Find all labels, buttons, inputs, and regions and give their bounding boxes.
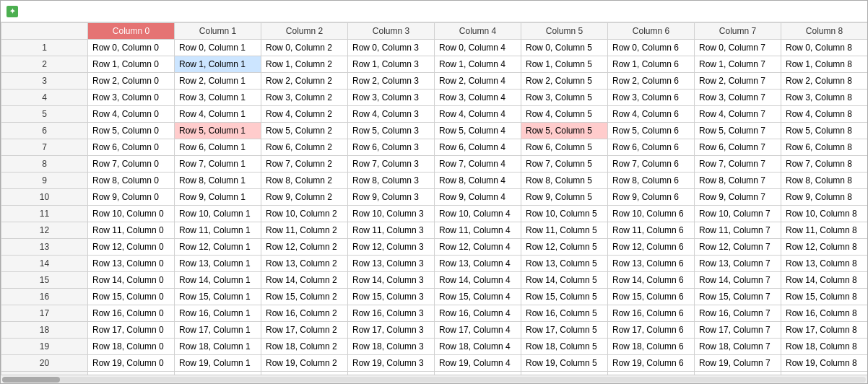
cell-r8-c8[interactable]: Row 8, Column 8 [781, 173, 868, 189]
cell-r0-c0[interactable]: Row 0, Column 0 [88, 40, 175, 56]
maximize-button[interactable] [823, 4, 841, 19]
cell-r13-c4[interactable]: Row 13, Column 4 [435, 256, 521, 272]
column-header-0[interactable]: Column 0 [88, 23, 175, 40]
cell-r15-c4[interactable]: Row 15, Column 4 [435, 289, 521, 305]
cell-r16-c7[interactable]: Row 16, Column 7 [695, 305, 781, 322]
cell-r6-c0[interactable]: Row 6, Column 0 [88, 139, 175, 156]
cell-r6-c3[interactable]: Row 6, Column 3 [348, 139, 435, 156]
cell-r17-c0[interactable]: Row 17, Column 0 [88, 322, 175, 339]
cell-r14-c1[interactable]: Row 14, Column 1 [175, 272, 261, 289]
cell-r1-c4[interactable]: Row 1, Column 4 [435, 56, 521, 73]
cell-r3-c0[interactable]: Row 3, Column 0 [88, 90, 175, 106]
cell-r1-c2[interactable]: Row 1, Column 2 [261, 56, 348, 73]
cell-r7-c5[interactable]: Row 7, Column 5 [521, 156, 608, 173]
cell-r18-c1[interactable]: Row 18, Column 1 [175, 339, 261, 355]
cell-r8-c7[interactable]: Row 8, Column 7 [695, 173, 781, 189]
cell-r9-c8[interactable]: Row 9, Column 8 [781, 189, 868, 206]
cell-r10-c8[interactable]: Row 10, Column 8 [781, 206, 868, 222]
cell-r17-c3[interactable]: Row 17, Column 3 [348, 322, 435, 339]
cell-r2-c6[interactable]: Row 2, Column 6 [608, 73, 695, 90]
cell-r14-c6[interactable]: Row 14, Column 6 [608, 272, 695, 289]
cell-r14-c7[interactable]: Row 14, Column 7 [695, 272, 781, 289]
cell-r2-c8[interactable]: Row 2, Column 8 [781, 73, 868, 90]
cell-r15-c5[interactable]: Row 15, Column 5 [521, 289, 608, 305]
cell-r6-c4[interactable]: Row 6, Column 4 [435, 139, 521, 156]
cell-r16-c2[interactable]: Row 16, Column 2 [261, 305, 348, 322]
cell-r16-c6[interactable]: Row 16, Column 6 [608, 305, 695, 322]
cell-r4-c4[interactable]: Row 4, Column 4 [435, 106, 521, 123]
cell-r12-c0[interactable]: Row 12, Column 0 [88, 239, 175, 256]
cell-r12-c3[interactable]: Row 12, Column 3 [348, 239, 435, 256]
cell-r10-c2[interactable]: Row 10, Column 2 [261, 206, 348, 222]
cell-r1-c8[interactable]: Row 1, Column 8 [781, 56, 868, 73]
cell-r10-c4[interactable]: Row 10, Column 4 [435, 206, 521, 222]
cell-r8-c4[interactable]: Row 8, Column 4 [435, 173, 521, 189]
cell-r7-c8[interactable]: Row 7, Column 8 [781, 156, 868, 173]
cell-r0-c1[interactable]: Row 0, Column 1 [175, 40, 261, 56]
cell-r16-c0[interactable]: Row 16, Column 0 [88, 305, 175, 322]
cell-r7-c2[interactable]: Row 7, Column 2 [261, 156, 348, 173]
cell-r7-c6[interactable]: Row 7, Column 6 [608, 156, 695, 173]
cell-r4-c2[interactable]: Row 4, Column 2 [261, 106, 348, 123]
cell-r6-c7[interactable]: Row 6, Column 7 [695, 139, 781, 156]
cell-r0-c6[interactable]: Row 0, Column 6 [608, 40, 695, 56]
cell-r1-c0[interactable]: Row 1, Column 0 [88, 56, 175, 73]
scrollbar-track[interactable] [2, 377, 866, 383]
cell-r17-c7[interactable]: Row 17, Column 7 [695, 322, 781, 339]
cell-r8-c1[interactable]: Row 8, Column 1 [175, 173, 261, 189]
cell-r3-c2[interactable]: Row 3, Column 2 [261, 90, 348, 106]
column-header-1[interactable]: Column 1 [175, 23, 261, 40]
cell-r20-c4[interactable]: Row 20, Column 4 [435, 372, 521, 375]
cell-r14-c3[interactable]: Row 14, Column 3 [348, 272, 435, 289]
cell-r5-c0[interactable]: Row 5, Column 0 [88, 123, 175, 139]
minimize-button[interactable] [802, 4, 821, 19]
cell-r18-c7[interactable]: Row 18, Column 7 [695, 339, 781, 355]
column-header-5[interactable]: Column 5 [521, 23, 608, 40]
cell-r11-c4[interactable]: Row 11, Column 4 [435, 222, 521, 239]
cell-r8-c0[interactable]: Row 8, Column 0 [88, 173, 175, 189]
cell-r0-c2[interactable]: Row 0, Column 2 [261, 40, 348, 56]
cell-r2-c2[interactable]: Row 2, Column 2 [261, 73, 348, 90]
cell-r14-c5[interactable]: Row 14, Column 5 [521, 272, 608, 289]
cell-r9-c4[interactable]: Row 9, Column 4 [435, 189, 521, 206]
cell-r20-c5[interactable]: Row 20, Column 5 [521, 372, 608, 375]
column-header-8[interactable]: Column 8 [781, 23, 868, 40]
cell-r8-c2[interactable]: Row 8, Column 2 [261, 173, 348, 189]
cell-r20-c6[interactable]: Row 20, Column 6 [608, 372, 695, 375]
cell-r10-c1[interactable]: Row 10, Column 1 [175, 206, 261, 222]
cell-r10-c6[interactable]: Row 10, Column 6 [608, 206, 695, 222]
cell-r16-c4[interactable]: Row 16, Column 4 [435, 305, 521, 322]
cell-r6-c2[interactable]: Row 6, Column 2 [261, 139, 348, 156]
cell-r10-c0[interactable]: Row 10, Column 0 [88, 206, 175, 222]
cell-r20-c7[interactable]: Row 20, Column 7 [695, 372, 781, 375]
cell-r2-c3[interactable]: Row 2, Column 3 [348, 73, 435, 90]
cell-r14-c4[interactable]: Row 14, Column 4 [435, 272, 521, 289]
cell-r5-c1[interactable]: Row 5, Column 1 [175, 123, 261, 139]
cell-r15-c8[interactable]: Row 15, Column 8 [781, 289, 868, 305]
horizontal-scrollbar[interactable] [1, 375, 867, 383]
cell-r15-c6[interactable]: Row 15, Column 6 [608, 289, 695, 305]
column-header-4[interactable]: Column 4 [435, 23, 521, 40]
cell-r17-c5[interactable]: Row 17, Column 5 [521, 322, 608, 339]
cell-r16-c5[interactable]: Row 16, Column 5 [521, 305, 608, 322]
cell-r11-c5[interactable]: Row 11, Column 5 [521, 222, 608, 239]
cell-r12-c7[interactable]: Row 12, Column 7 [695, 239, 781, 256]
cell-r2-c7[interactable]: Row 2, Column 7 [695, 73, 781, 90]
cell-r9-c2[interactable]: Row 9, Column 2 [261, 189, 348, 206]
cell-r17-c1[interactable]: Row 17, Column 1 [175, 322, 261, 339]
cell-r19-c6[interactable]: Row 19, Column 6 [608, 355, 695, 372]
cell-r12-c8[interactable]: Row 12, Column 8 [781, 239, 868, 256]
cell-r12-c4[interactable]: Row 12, Column 4 [435, 239, 521, 256]
cell-r18-c5[interactable]: Row 18, Column 5 [521, 339, 608, 355]
cell-r19-c1[interactable]: Row 19, Column 1 [175, 355, 261, 372]
cell-r9-c7[interactable]: Row 9, Column 7 [695, 189, 781, 206]
cell-r0-c5[interactable]: Row 0, Column 5 [521, 40, 608, 56]
cell-r3-c6[interactable]: Row 3, Column 6 [608, 90, 695, 106]
cell-r16-c1[interactable]: Row 16, Column 1 [175, 305, 261, 322]
cell-r13-c3[interactable]: Row 13, Column 3 [348, 256, 435, 272]
cell-r17-c4[interactable]: Row 17, Column 4 [435, 322, 521, 339]
cell-r5-c6[interactable]: Row 5, Column 6 [608, 123, 695, 139]
cell-r10-c3[interactable]: Row 10, Column 3 [348, 206, 435, 222]
cell-r15-c7[interactable]: Row 15, Column 7 [695, 289, 781, 305]
cell-r3-c8[interactable]: Row 3, Column 8 [781, 90, 868, 106]
